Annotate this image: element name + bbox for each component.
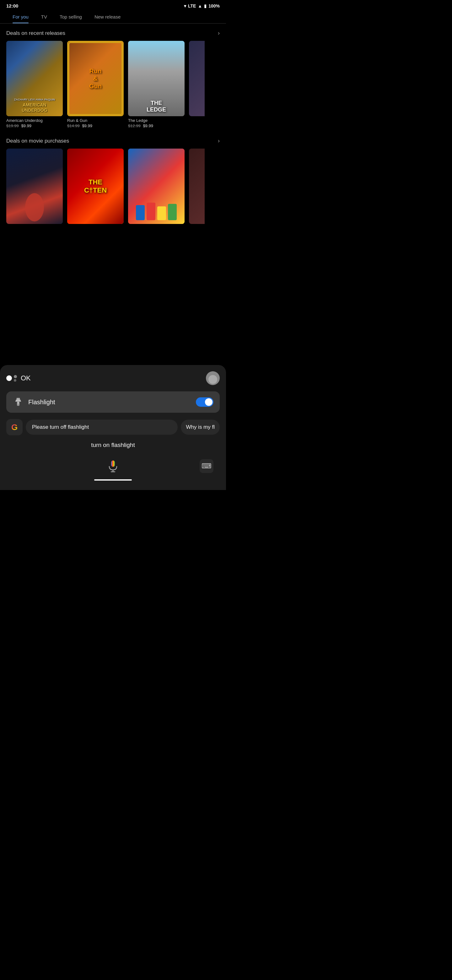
deals-movie-section: Deals on movie purchases › THEC†TEN	[0, 131, 226, 227]
flashlight-toggle[interactable]	[196, 397, 213, 407]
suggestion-chip-why[interactable]: Why is my fl	[181, 420, 220, 435]
assistant-dot-medium	[14, 375, 17, 378]
flashlight-label: Flashlight	[28, 399, 192, 406]
movie-card-squad[interactable]	[128, 149, 185, 224]
google-g-icon: G	[11, 422, 17, 432]
movie-card-spiderman[interactable]	[6, 149, 63, 224]
tab-bar: For you TV Top selling New release	[0, 10, 226, 24]
movie-title-run-gun: Run & Gun	[67, 118, 124, 123]
suggestion-chip-turn-off[interactable]: Please turn off flashlight	[26, 420, 178, 435]
assistant-ok-label: OK	[17, 374, 206, 382]
avatar-inner	[208, 375, 217, 384]
svg-rect-2	[17, 402, 19, 404]
movie-card-american-underdog[interactable]: ZACHARY LEVI ANNA PAQUIN AMERICANUNDERDO…	[6, 41, 63, 128]
battery-level: 100%	[208, 3, 220, 8]
assistant-transcript: turn on flashlight	[6, 442, 220, 449]
poster-the-ledge: THELEDGE	[128, 41, 185, 116]
assistant-logo	[6, 375, 17, 382]
movie-card-run-gun[interactable]: Run&Gun Run & Gun $14.99 $9.99	[67, 41, 124, 128]
poster-cfour: THEC†TEN	[67, 149, 124, 224]
movie-card-the-ledge[interactable]: THELEDGE The Ledge $12.99 $9.99	[128, 41, 185, 128]
mic-svg-icon	[106, 459, 120, 473]
deals-recent-section: Deals on recent releases › ZACHARY LEVI …	[0, 24, 226, 131]
movie-card-partial-1	[189, 41, 205, 128]
keyboard-icon: ⌨	[201, 462, 212, 470]
mic-button[interactable]	[103, 456, 123, 476]
deals-movie-cards: THEC†TEN	[6, 149, 220, 224]
wifi-icon: ▾	[184, 3, 186, 8]
assistant-dot-small	[14, 379, 16, 382]
bottom-nav-indicator	[94, 479, 132, 480]
deals-movie-title: Deals on movie purchases	[6, 138, 69, 144]
deals-movie-header: Deals on movie purchases ›	[6, 138, 220, 144]
movie-card-cfour[interactable]: THEC†TEN	[67, 149, 124, 224]
signal-icon: ▲	[198, 3, 202, 8]
flashlight-svg-icon	[13, 397, 23, 407]
deals-recent-header: Deals on recent releases ›	[6, 30, 220, 37]
tab-top-selling[interactable]: Top selling	[53, 10, 88, 23]
deals-recent-title: Deals on recent releases	[6, 30, 65, 37]
movie-price-the-ledge: $12.99 $9.99	[128, 123, 185, 128]
movie-price-run-gun: $14.99 $9.99	[67, 123, 124, 128]
status-icons: ▾ LTE ▲ ▮ 100%	[184, 3, 220, 8]
toggle-knob	[205, 398, 213, 406]
assistant-overlay: OK Flashlight G Please turn off flashlig…	[0, 365, 226, 490]
flashlight-icon-box	[13, 396, 24, 408]
poster-squad	[128, 149, 185, 224]
svg-rect-0	[17, 398, 20, 399]
time: 12:00	[6, 3, 18, 8]
movie-card-partial-2	[189, 149, 205, 224]
tab-for-you[interactable]: For you	[6, 10, 35, 23]
deals-movie-arrow[interactable]: ›	[218, 138, 220, 144]
movie-price-american-underdog: $19.99 $9.99	[6, 123, 63, 128]
assistant-avatar[interactable]	[206, 371, 220, 385]
google-g-button[interactable]: G	[6, 419, 22, 435]
deals-recent-cards: ZACHARY LEVI ANNA PAQUIN AMERICANUNDERDO…	[6, 41, 220, 128]
poster-run-gun: Run&Gun	[67, 41, 124, 116]
tab-tv[interactable]: TV	[35, 10, 53, 23]
svg-rect-3	[111, 460, 115, 467]
deals-recent-arrow[interactable]: ›	[218, 30, 220, 37]
status-bar: 12:00 ▾ LTE ▲ ▮ 100%	[0, 0, 226, 10]
lte-label: LTE	[188, 3, 196, 8]
battery-icon: ▮	[204, 3, 206, 8]
flashlight-card: Flashlight	[6, 391, 220, 413]
bottom-controls: ⌨	[6, 456, 220, 476]
movie-title-the-ledge: The Ledge	[128, 118, 185, 123]
tab-new-release[interactable]: New release	[88, 10, 127, 23]
poster-spiderman	[6, 149, 63, 224]
poster-american-underdog: ZACHARY LEVI ANNA PAQUIN AMERICANUNDERDO…	[6, 41, 63, 116]
assistant-dot-large	[6, 375, 12, 381]
keyboard-button[interactable]: ⌨	[200, 459, 213, 473]
suggestions-row: G Please turn off flashlight Why is my f…	[6, 419, 220, 435]
movie-title-american-underdog: American Underdog	[6, 118, 63, 123]
assistant-header: OK	[6, 371, 220, 385]
